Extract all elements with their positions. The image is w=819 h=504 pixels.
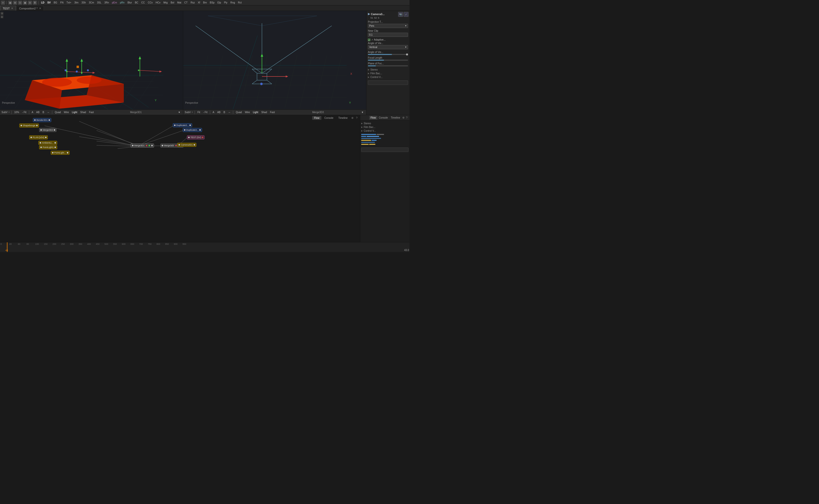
toolbar-txt[interactable]: Txt+ (65, 1, 72, 4)
vp-arrows-right[interactable]: ↔ (227, 111, 231, 114)
projection-type-value[interactable]: Pers ▼ (368, 24, 408, 28)
adaptive-checkbox-row[interactable]: ✓ ✓ Adaptive... (368, 38, 408, 41)
vp-quad-right[interactable]: Quad (235, 111, 243, 114)
toolbar-elp[interactable]: Elp (216, 1, 222, 4)
toolbar-3sh[interactable]: 3Sh (80, 1, 87, 4)
panel-expand-arrow[interactable]: ▶ (368, 12, 370, 16)
grid-icon-3[interactable]: ⊡ (18, 1, 22, 5)
controlv-section-row[interactable]: ▶ Control V... (368, 75, 408, 79)
panel-check-icon[interactable]: ✓ (404, 12, 409, 17)
vp-a-right[interactable]: A (212, 111, 215, 114)
vp-quad-left[interactable]: Quad (54, 111, 62, 114)
viewport-left[interactable]: ⊙ ● (0, 11, 183, 115)
vp-shad-left[interactable]: Shad (79, 111, 87, 114)
fit-right-1[interactable]: Fit (196, 111, 201, 114)
rp-filmback-row[interactable]: ▶ Film Bac... (361, 125, 409, 129)
toolbar-sv[interactable]: SV (46, 1, 51, 4)
panel-camera-icon[interactable]: 📷 (398, 12, 403, 17)
subv-dropdown-right[interactable]: SubV ▼ (185, 111, 193, 114)
vp-b-left[interactable]: B (42, 111, 45, 114)
toolbar-mrg[interactable]: Mrg (162, 1, 169, 4)
node-shapebouge[interactable]: Shapebouge (19, 124, 39, 127)
ne-tab-timeline[interactable]: Timeline (336, 116, 350, 120)
vp-light-left[interactable]: Light (71, 111, 78, 114)
toolbar-3im[interactable]: 3Im (73, 1, 79, 4)
vp-right-dropdown[interactable]: ▼ (360, 111, 365, 114)
rp-input[interactable] (361, 148, 409, 152)
rp-tab-console[interactable]: Console (377, 116, 389, 120)
toolbar-ccv[interactable]: CCv (147, 1, 154, 4)
vp-a-left[interactable]: A (31, 111, 34, 114)
node-camera3d1[interactable]: Camera3D1 (177, 143, 196, 147)
toolbar-ct[interactable]: CT (183, 1, 188, 4)
toolbar-rng[interactable]: Rng (230, 1, 236, 4)
grid-icon-4[interactable]: ▣ (23, 1, 27, 5)
plane-focus-slider[interactable] (368, 65, 408, 66)
node-duplicate3a[interactable]: Duplicate3... (173, 123, 192, 127)
node-duplicate3b[interactable]: Duplicate3... (183, 128, 202, 132)
grid-icon-1[interactable]: ▦ (8, 1, 12, 5)
vp-fast-left[interactable]: Fast (88, 111, 95, 114)
toolbar-mat[interactable]: Mat (176, 1, 182, 4)
vp-left-dropdown[interactable]: ▼ (177, 111, 181, 114)
toolbar-rct[interactable]: Rct (237, 1, 243, 4)
ne-tab-console[interactable]: Console (322, 116, 335, 120)
tab-test[interactable]: TEST ✕ (0, 6, 16, 11)
toolbar-blur[interactable]: Blur (127, 1, 133, 4)
rp-controlv-row[interactable]: ▶ Control V... (361, 129, 409, 133)
toolbar-prn[interactable]: pRn (119, 1, 126, 4)
toolbar-hcv[interactable]: HCv (155, 1, 161, 4)
tab-composition2-close[interactable]: ✕ (39, 7, 41, 10)
ne-tab-flow[interactable]: Flow (312, 116, 321, 120)
stereo-section-row[interactable]: ▶ Stereo (368, 68, 408, 72)
toolbar-bm[interactable]: Bm (202, 1, 208, 4)
rp-gear-icon[interactable]: ⚙ (402, 116, 405, 120)
node-bender3d1[interactable]: Bender3D1 (33, 118, 51, 122)
vp-shad-right[interactable]: Shad (260, 111, 268, 114)
subv-dropdown-left[interactable]: SubV ▼ (1, 111, 10, 114)
tab-s2[interactable]: S2 (374, 17, 377, 19)
rp-stereo-row[interactable]: ▶ Stereo (361, 122, 409, 125)
focal-length-slider[interactable] (368, 60, 408, 61)
toolbar-bsp[interactable]: BSp (209, 1, 215, 4)
vp-ab-right[interactable]: AB (216, 111, 221, 114)
toolbar-rsz[interactable]: Rsz (190, 1, 196, 4)
tab-s1[interactable]: S1 (370, 17, 373, 19)
toolbar-ply[interactable]: Ply (223, 1, 229, 4)
tab-composition2[interactable]: Composition2 * ✕ (16, 6, 44, 11)
angle-view-1-value[interactable]: Vertical ▼ (368, 45, 408, 49)
toolbar-xf[interactable]: Xf (197, 1, 201, 4)
viewport-right[interactable]: Y X Perspective SubV ▼ Fit (183, 11, 366, 115)
near-clip-value[interactable]: 0.1 (368, 33, 408, 37)
vp-arrows-left[interactable]: ↔ (46, 111, 51, 114)
filmback-section-row[interactable]: ▶ Film Bac... (368, 72, 408, 75)
node-merge3d2[interactable]: Merge3D2 (39, 128, 56, 132)
node-pointlight2[interactable]: PointLight... (51, 151, 70, 155)
toolbar-bg[interactable]: BG (53, 1, 58, 4)
slider-handle[interactable] (406, 53, 408, 55)
zoom-left[interactable]: 10% (13, 111, 20, 114)
menu-icon[interactable]: ≡ (1, 1, 5, 5)
grid-icon-6[interactable]: ≣ (33, 1, 37, 5)
toolbar-bol[interactable]: Bol (170, 1, 175, 4)
node-merge3d1-center[interactable]: Merge3D1 (131, 144, 154, 148)
toolbar-cc[interactable]: CC (140, 1, 146, 4)
rp-question-icon[interactable]: ? (405, 116, 409, 120)
node-test-sv[interactable]: TEST (SV) (187, 135, 205, 139)
vp-wire-right[interactable]: Wire (244, 111, 251, 114)
vp-b-right[interactable]: B (223, 111, 226, 114)
fit-right-2[interactable]: - Fit (202, 111, 208, 114)
grid-icon-5[interactable]: ⊟ (28, 1, 32, 5)
node-plan[interactable]: PLAN [sSn] (29, 135, 48, 139)
vp-fast-right[interactable]: Fast (269, 111, 276, 114)
node-editor[interactable]: Flow Console Timeline ⚙ ? (0, 115, 360, 242)
vp-ab-left[interactable]: AB (35, 111, 40, 114)
toolbar-fn[interactable]: FN (59, 1, 64, 4)
toolbar-3sl[interactable]: 3SL (96, 1, 102, 4)
toolbar-bc[interactable]: BC (134, 1, 139, 4)
angle-view-2-slider[interactable] (368, 54, 408, 55)
grid-icon-2[interactable]: ⊞ (13, 1, 17, 5)
vp-wire-left[interactable]: Wire (63, 111, 70, 114)
ne-gear-icon[interactable]: ⚙ (351, 116, 354, 120)
rp-tab-flow[interactable]: Flow (369, 116, 377, 120)
